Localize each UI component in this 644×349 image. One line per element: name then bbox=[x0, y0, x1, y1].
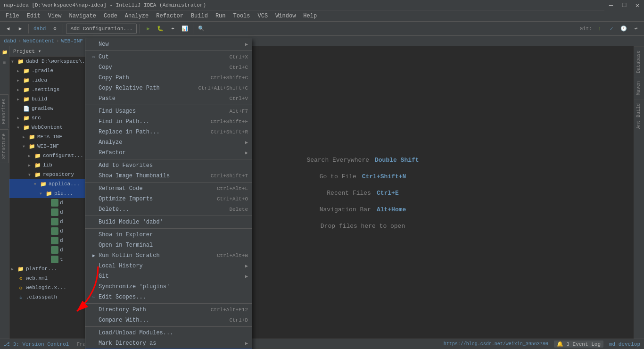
database-panel[interactable]: Database bbox=[634, 46, 644, 77]
menu-build[interactable]: Build bbox=[187, 12, 212, 20]
tree-classpath[interactable]: ☕ .classpath bbox=[9, 292, 91, 302]
dabd-label[interactable]: dabd bbox=[32, 24, 48, 34]
event-log-button[interactable]: 🔔 3 Event Log bbox=[554, 341, 603, 348]
ctx-compare-with[interactable]: Compare With... Ctrl+D bbox=[85, 315, 252, 325]
tree-idea[interactable]: ▶ 📁 .idea bbox=[9, 75, 91, 85]
ctx-local-history[interactable]: Local History ▶ bbox=[85, 261, 252, 271]
maximize-button[interactable]: □ bbox=[618, 0, 631, 10]
run-button[interactable]: ▶ bbox=[143, 24, 153, 34]
menu-vcs[interactable]: VCS bbox=[254, 12, 272, 20]
ctx-copy[interactable]: Copy Ctrl+C bbox=[85, 62, 252, 73]
debug-button[interactable]: 🐛 bbox=[155, 24, 165, 34]
tree-file5[interactable]: d bbox=[9, 236, 91, 245]
ctx-refactor[interactable]: Refactor ▶ bbox=[85, 148, 252, 158]
coverage-button[interactable]: ☂ bbox=[167, 24, 178, 34]
tree-root[interactable]: ▼ 📁 dabd D:\workspace\... bbox=[9, 57, 91, 66]
ctx-reformat[interactable]: Reformat Code Ctrl+Alt+L bbox=[85, 183, 252, 194]
git-push[interactable]: ↑ bbox=[594, 24, 604, 34]
ctx-mark-directory-as[interactable]: Mark Directory as ▶ bbox=[85, 338, 252, 349]
menu-navigate[interactable]: Navigate bbox=[65, 12, 100, 20]
tree-application[interactable]: ▼ 📁 applica... bbox=[9, 179, 91, 189]
profile-button[interactable]: 📊 bbox=[180, 24, 190, 34]
ctx-copy-path[interactable]: Copy Path Ctrl+Shift+C bbox=[85, 73, 252, 83]
tree-plugins[interactable]: ▼ 📁 plu... bbox=[9, 189, 91, 198]
structure-icon[interactable]: ≡ bbox=[0, 58, 9, 67]
git-rollback[interactable]: ↩ bbox=[631, 24, 641, 34]
tree-lib[interactable]: ▶ 📁 lib bbox=[9, 160, 91, 170]
ctx-show-thumbnails[interactable]: Show Image Thumbnails Ctrl+Shift+T bbox=[85, 171, 252, 181]
menu-tools[interactable]: Tools bbox=[230, 12, 254, 20]
ant-build-panel[interactable]: Ant Build bbox=[634, 99, 644, 133]
ctx-synchronize[interactable]: Synchronize 'plugins' bbox=[85, 282, 252, 292]
git-history[interactable]: 🕐 bbox=[619, 24, 629, 34]
menu-bar: File Edit View Navigate Code Analyze Ref… bbox=[0, 10, 644, 22]
toolbar-forward[interactable]: ▶ bbox=[15, 24, 25, 34]
tree-file4[interactable]: d bbox=[9, 226, 91, 236]
ctx-copy-relative-path[interactable]: Copy Relative Path Ctrl+Alt+Shift+C bbox=[85, 83, 252, 93]
menu-analyze[interactable]: Analyze bbox=[121, 12, 152, 20]
ctx-load-unload-modules[interactable]: Load/Unload Modules... bbox=[85, 328, 252, 338]
version-control-label[interactable]: ⎇ 3: Version Control bbox=[4, 341, 69, 347]
ctx-analyze[interactable]: Analyze ▶ bbox=[85, 137, 252, 148]
favorites-tab[interactable]: Favorites bbox=[0, 94, 8, 128]
tree-gradlew[interactable]: 📄 gradlew bbox=[9, 104, 91, 113]
ctx-directory-path[interactable]: Directory Path Ctrl+Alt+F12 bbox=[85, 305, 252, 315]
ctx-cut[interactable]: ✂ Cut Ctrl+X bbox=[85, 52, 252, 62]
ctx-find-in-path[interactable]: Find in Path... Ctrl+Shift+F bbox=[85, 116, 252, 127]
ctx-optimize-imports[interactable]: Optimize Imports Ctrl+Alt+O bbox=[85, 194, 252, 204]
ctx-add-to-favorites[interactable]: Add to Favorites bbox=[85, 160, 252, 171]
toolbar-search[interactable]: 🔍 bbox=[196, 24, 206, 34]
breadcrumb-webcontent[interactable]: WebContent bbox=[23, 38, 54, 44]
ctx-open-in-terminal[interactable]: Open in Terminal bbox=[85, 240, 252, 250]
tree-repository[interactable]: ▼ 📁 repository bbox=[9, 170, 91, 179]
toolbar-sep3 bbox=[140, 24, 140, 33]
toolbar-settings[interactable]: ⚙ bbox=[50, 24, 60, 34]
tree-file1[interactable]: d bbox=[9, 198, 91, 208]
git-pull[interactable]: ✓ bbox=[606, 24, 617, 34]
tree-file2[interactable]: d bbox=[9, 208, 91, 217]
project-panel-header[interactable]: Project ▾ bbox=[9, 46, 91, 57]
tree-webxml[interactable]: ⚙ web.xml bbox=[9, 274, 91, 283]
ctx-run-kotlin[interactable]: ▶ Run Kotlin Scratch Ctrl+Alt+W bbox=[85, 250, 252, 261]
menu-help[interactable]: Help bbox=[299, 12, 321, 20]
tree-file6[interactable]: d bbox=[9, 245, 91, 255]
menu-edit[interactable]: Edit bbox=[23, 12, 44, 20]
tree-metainf[interactable]: ▶ 📁 META-INF bbox=[9, 132, 91, 141]
close-button[interactable]: ✕ bbox=[631, 0, 644, 10]
ctx-delete[interactable]: Delete... Delete bbox=[85, 204, 252, 215]
tree-build[interactable]: ▶ 📁 build bbox=[9, 94, 91, 104]
tree-settings[interactable]: ▶ 📁 .settings bbox=[9, 85, 91, 94]
tree-configuration[interactable]: ▶ 📁 configurat... bbox=[9, 151, 91, 160]
branch-label: md_develop bbox=[609, 341, 640, 347]
ctx-git[interactable]: Git ▶ bbox=[85, 271, 252, 282]
menu-run[interactable]: Run bbox=[212, 12, 230, 20]
ctx-build-module[interactable]: Build Module 'dabd' bbox=[85, 217, 252, 227]
menu-view[interactable]: View bbox=[44, 12, 66, 20]
menu-code[interactable]: Code bbox=[100, 12, 121, 20]
maven-panel[interactable]: Maven bbox=[634, 77, 644, 99]
tree-gradle[interactable]: ▶ 📁 .gradle bbox=[9, 66, 91, 75]
tree-file7[interactable]: t bbox=[9, 255, 91, 264]
minimize-button[interactable]: — bbox=[604, 0, 618, 10]
ctx-new[interactable]: New ▶ bbox=[85, 39, 252, 50]
menu-refactor[interactable]: Refactor bbox=[152, 12, 187, 20]
menu-file[interactable]: File bbox=[2, 12, 23, 20]
menu-window[interactable]: Window bbox=[272, 12, 299, 20]
tree-file3[interactable]: d bbox=[9, 217, 91, 226]
toolbar-back[interactable]: ◀ bbox=[3, 24, 13, 34]
tree-weblogic[interactable]: ⚙ weblogic.x... bbox=[9, 283, 91, 292]
tree-platform[interactable]: ▶ 📁 platfor... bbox=[9, 264, 91, 274]
tree-webcontent[interactable]: ▼ 📁 WebContent bbox=[9, 123, 91, 132]
ctx-paste[interactable]: Paste Ctrl+V bbox=[85, 93, 252, 104]
tree-webinf[interactable]: ▼ 📁 WEB-INF bbox=[9, 141, 91, 151]
ctx-show-in-explorer[interactable]: Show in Explorer bbox=[85, 230, 252, 240]
ctx-edit-scopes[interactable]: ○ Edit Scopes... bbox=[85, 292, 252, 302]
breadcrumb-webinf[interactable]: WEB-INF bbox=[61, 38, 83, 44]
tree-src[interactable]: ▶ 📁 src bbox=[9, 113, 91, 123]
project-icon[interactable]: 📁 bbox=[0, 48, 9, 57]
breadcrumb-dabd[interactable]: dabd bbox=[4, 38, 16, 44]
add-configuration-button[interactable]: Add Configuration... bbox=[66, 24, 137, 34]
ctx-find-usages[interactable]: Find Usages Alt+F7 bbox=[85, 106, 252, 116]
structure-tab[interactable]: Structure bbox=[0, 129, 8, 163]
ctx-replace-in-path[interactable]: Replace in Path... Ctrl+Shift+R bbox=[85, 127, 252, 137]
